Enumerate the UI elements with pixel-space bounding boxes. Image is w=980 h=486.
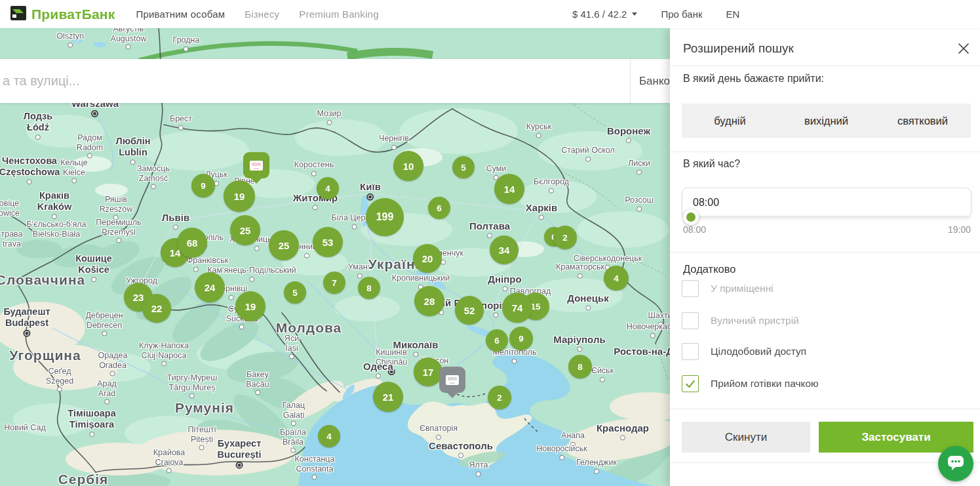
time-min-label: 08:00 [683,224,706,235]
advanced-search-panel: Розширений пошук В який день бажаєте при… [670,28,980,486]
map-cluster-marker[interactable]: 5 [284,281,306,304]
checkbox-checked-icon[interactable] [682,375,699,392]
filter-checkbox-row[interactable]: Вуличний пристрій [682,312,799,329]
map-cluster-marker[interactable]: 4 [318,425,340,447]
day-question-label: В який день бажаєте прийти: [683,73,824,85]
panel-title: Розширений пошук [683,41,794,56]
currency-rate-dropdown[interactable]: $ 41.6 / 42.2 [572,9,637,20]
map-cluster-marker[interactable]: 20 [413,244,442,273]
map-cluster-marker[interactable]: 6 [486,329,508,352]
map-cluster-marker[interactable]: 24 [195,272,225,302]
map-cluster-marker[interactable]: 2 [553,226,577,249]
map-cluster-marker[interactable]: 199 [366,198,404,236]
bank-logo-icon [10,5,26,24]
nav-item[interactable]: Приватним особам [136,9,225,20]
nav-item-about-bank[interactable]: Про банк [661,9,702,20]
filter-checkbox-row[interactable]: Прийом готівки пачкою [682,375,819,392]
map-cluster-marker[interactable]: 28 [414,286,444,316]
day-tabs: буднійвихіднийсвятковий [682,104,971,138]
map-cluster-marker[interactable]: 22 [142,294,171,323]
day-tab[interactable]: будній [682,104,778,138]
currency-rate: $ 41.6 / 42.2 [572,9,627,20]
time-slider-handle[interactable] [683,209,699,225]
map-cluster-marker[interactable]: 19 [235,291,265,321]
time-input[interactable]: 08:00 [682,188,971,218]
time-value: 08:00 [693,197,719,209]
chat-button[interactable] [938,446,973,481]
checkbox[interactable] [682,280,699,297]
map-cluster-marker[interactable]: 17 [414,357,442,386]
map-cluster-marker[interactable]: 9 [191,174,215,197]
checkbox[interactable] [682,343,699,360]
atm-icon [446,375,459,385]
checkbox-label: Прийом готівки пачкою [711,378,819,390]
map-cluster-marker[interactable]: 25 [230,215,260,245]
map-cluster-marker[interactable]: 5 [452,156,475,178]
nav-item[interactable]: Бізнесу [245,9,279,20]
bank-logo-text: ПриватБанк [31,7,115,22]
map-cluster-marker[interactable]: 68 [177,228,207,258]
map-cluster-marker[interactable]: 6 [428,197,450,219]
reset-button[interactable]: Скинути [682,422,810,453]
divider [670,152,980,152]
language-switcher[interactable]: EN [726,9,739,20]
map-cluster-marker[interactable]: 7 [323,272,345,294]
chat-icon [947,454,965,474]
search-input[interactable] [0,59,630,103]
time-max-label: 19:00 [948,224,971,235]
checkbox-label: У приміщенні [711,283,774,294]
atm-pin-marker[interactable] [243,152,269,178]
map-cluster-marker[interactable]: 52 [455,296,484,325]
checkbox-label: Вуличний пристрій [711,315,799,327]
filter-checkbox-row[interactable]: Цілодобовий доступ [682,343,806,360]
time-question-label: В який час? [683,158,740,170]
divider [670,66,980,66]
map-cluster-marker[interactable]: 14 [494,174,524,204]
main-nav: Приватним особамБізнесуPremium Banking [136,9,378,20]
map-cluster-marker[interactable]: 9 [509,327,533,350]
divider [670,462,980,463]
header-right: $ 41.6 / 42.2 Про банк EN [572,0,739,28]
divider [670,252,980,253]
map-cluster-marker[interactable]: 25 [269,230,299,260]
close-icon[interactable] [958,43,970,54]
time-slider-track[interactable] [684,216,970,218]
atm-icon [250,161,263,171]
map-cluster-marker[interactable]: 21 [373,382,403,412]
checkbox-label: Цілодобовий доступ [711,346,806,357]
day-tab[interactable]: святковий [874,104,971,138]
map-cluster-marker[interactable]: 8 [568,355,592,378]
extras-title: Додатково [683,263,736,275]
map-cluster-marker[interactable]: 10 [393,151,423,181]
map-cluster-marker[interactable]: 4 [317,177,339,199]
header: ПриватБанк Приватним особамБізнесуPremiu… [0,0,980,28]
map-cluster-marker[interactable]: 4 [604,266,629,291]
page: OlsztynАвгустівAugustówГроднаWarszawaЛод… [0,0,980,486]
map-cluster-marker[interactable]: 2 [488,386,511,409]
bank-logo[interactable]: ПриватБанк [10,5,115,24]
map-cluster-marker[interactable]: 19 [224,180,255,212]
divider [670,409,980,409]
tab-atms[interactable]: Банко [631,75,670,88]
map-cluster-marker[interactable]: 53 [313,227,343,257]
checkbox[interactable] [682,312,699,329]
map-cluster-marker[interactable]: 34 [490,235,519,264]
nav-item[interactable]: Premium Banking [299,9,378,20]
filter-checkbox-row[interactable]: У приміщенні [682,280,774,297]
chevron-down-icon [632,12,637,18]
map-cluster-marker[interactable]: 8 [358,277,380,299]
day-tab[interactable]: вихідний [778,104,874,138]
map-cluster-marker[interactable]: 74 [502,293,532,323]
search-bar: Банко [0,59,670,103]
atm-pin-marker[interactable] [439,367,465,393]
